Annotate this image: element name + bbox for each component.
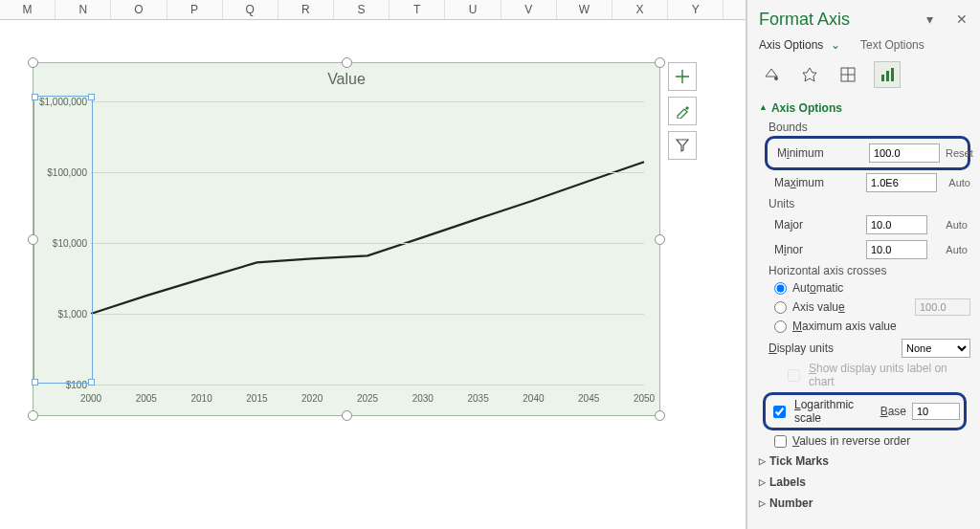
y-tick-label[interactable]: $100,000 bbox=[32, 167, 91, 178]
triangle-right-icon: ▷ bbox=[759, 498, 766, 508]
x-tick-label[interactable]: 2005 bbox=[136, 393, 157, 404]
resize-handle[interactable] bbox=[28, 234, 38, 245]
chart-filters-button[interactable] bbox=[668, 131, 697, 160]
hac-axis-value-radio[interactable] bbox=[774, 301, 787, 314]
column-header[interactable]: W bbox=[557, 0, 612, 19]
x-tick-label[interactable]: 2030 bbox=[412, 393, 434, 404]
hac-automatic-label: Automatic bbox=[792, 281, 843, 295]
maximum-auto-button[interactable]: Auto bbox=[943, 177, 970, 188]
x-tick-label[interactable]: 2020 bbox=[301, 393, 323, 404]
plot-area[interactable]: $100$1,000$10,000$100,000$1,000,00020002… bbox=[91, 101, 644, 385]
gridline bbox=[91, 172, 644, 173]
svg-point-0 bbox=[774, 77, 778, 80]
column-header[interactable]: Y bbox=[668, 0, 724, 19]
gridline bbox=[91, 101, 644, 102]
y-tick-label[interactable]: $1,000,000 bbox=[32, 97, 91, 107]
hac-maximum-radio[interactable] bbox=[774, 320, 787, 333]
column-headers: MNOPQRSTUVWXY bbox=[0, 0, 746, 20]
log-scale-label: Logarithmic scale bbox=[794, 398, 875, 425]
minor-input[interactable] bbox=[866, 240, 927, 259]
column-header[interactable] bbox=[724, 0, 746, 19]
tab-text-options[interactable]: Text Options bbox=[860, 38, 924, 52]
log-scale-checkbox[interactable] bbox=[773, 406, 786, 418]
x-tick-label[interactable]: 2015 bbox=[246, 393, 267, 404]
x-tick-label[interactable]: 2025 bbox=[357, 393, 378, 404]
resize-handle[interactable] bbox=[342, 410, 352, 421]
values-in-reverse-checkbox[interactable] bbox=[774, 435, 787, 448]
chart-object[interactable]: Value $100$1,000$10,000$100,000$1,000,00… bbox=[33, 62, 660, 416]
resize-handle[interactable] bbox=[28, 57, 38, 68]
display-units-select[interactable]: None bbox=[902, 339, 970, 358]
chart-tools bbox=[668, 62, 697, 160]
bounds-label: Bounds bbox=[759, 119, 970, 136]
section-tick-marks[interactable]: ▷ Tick Marks bbox=[759, 450, 970, 471]
maximum-input[interactable] bbox=[866, 173, 937, 192]
x-tick-label[interactable]: 2040 bbox=[523, 393, 544, 404]
chart-elements-button[interactable] bbox=[668, 62, 697, 91]
log-scale-highlight: Logarithmic scale Base bbox=[763, 392, 967, 430]
log-base-label: Base bbox=[880, 405, 906, 418]
section-labels[interactable]: ▷ Labels bbox=[759, 471, 970, 492]
hac-axis-value-input bbox=[915, 298, 970, 316]
y-tick-label[interactable]: $100 bbox=[32, 380, 91, 390]
log-base-input[interactable] bbox=[912, 403, 960, 420]
fill-line-icon[interactable] bbox=[759, 62, 784, 87]
hac-maximum-label: Maximum axis value bbox=[792, 320, 897, 333]
size-properties-icon[interactable] bbox=[835, 62, 860, 87]
x-tick-label[interactable]: 2010 bbox=[190, 393, 212, 404]
column-header[interactable]: Q bbox=[223, 0, 278, 19]
tab-axis-options[interactable]: Axis Options bbox=[759, 38, 823, 52]
y-tick-label[interactable]: $10,000 bbox=[32, 238, 91, 249]
resize-handle[interactable] bbox=[655, 234, 665, 245]
axis-options-icon[interactable] bbox=[874, 61, 901, 88]
pane-dropdown-icon[interactable]: ▾ bbox=[921, 11, 938, 27]
worksheet: MNOPQRSTUVWXY Value $100$1,000$10,000$10… bbox=[0, 0, 746, 529]
y-tick-label[interactable]: $1,000 bbox=[32, 309, 91, 320]
minimum-input[interactable] bbox=[869, 143, 940, 163]
brush-icon bbox=[675, 103, 690, 119]
hac-axis-value-label: Axis value bbox=[792, 300, 845, 314]
pane-close-icon[interactable]: ✕ bbox=[953, 11, 970, 27]
column-header[interactable]: S bbox=[334, 0, 390, 19]
section-number[interactable]: ▷ Number bbox=[759, 492, 970, 513]
minimum-reset-button[interactable]: Reset bbox=[946, 147, 973, 159]
resize-handle[interactable] bbox=[655, 57, 665, 68]
triangle-right-icon: ▷ bbox=[759, 477, 766, 487]
column-header[interactable]: U bbox=[445, 0, 501, 19]
column-header[interactable]: X bbox=[612, 0, 668, 19]
resize-handle[interactable] bbox=[655, 410, 665, 421]
column-header[interactable]: R bbox=[278, 0, 334, 19]
column-header[interactable]: V bbox=[501, 0, 557, 19]
resize-handle[interactable] bbox=[342, 57, 352, 68]
effects-icon[interactable] bbox=[797, 62, 822, 87]
major-auto-button[interactable]: Auto bbox=[933, 219, 968, 231]
hac-automatic-radio[interactable] bbox=[774, 282, 787, 295]
x-tick-label[interactable]: 2000 bbox=[80, 393, 101, 404]
display-units-label: Display units bbox=[768, 342, 894, 355]
x-tick-label[interactable]: 2050 bbox=[634, 393, 655, 404]
pane-tabs: Axis Options ⌄ Text Options bbox=[759, 38, 970, 55]
resize-handle[interactable] bbox=[28, 410, 38, 421]
maximum-label: Maximum bbox=[774, 176, 860, 189]
chevron-down-icon[interactable]: ⌄ bbox=[827, 38, 844, 52]
section-axis-options[interactable]: ▲ Axis Options bbox=[759, 98, 970, 119]
svg-rect-5 bbox=[891, 68, 894, 81]
units-label: Units bbox=[759, 195, 970, 212]
x-tick-label[interactable]: 2035 bbox=[467, 393, 488, 404]
column-header[interactable]: N bbox=[56, 0, 111, 19]
minor-auto-button[interactable]: Auto bbox=[933, 244, 968, 255]
column-header[interactable]: P bbox=[167, 0, 223, 19]
column-header[interactable]: T bbox=[390, 0, 445, 19]
major-input[interactable] bbox=[866, 215, 927, 234]
column-header[interactable]: M bbox=[0, 0, 56, 19]
svg-rect-4 bbox=[886, 71, 889, 81]
gridline bbox=[91, 243, 644, 244]
values-in-reverse-label: Values in reverse order bbox=[792, 434, 910, 448]
chart-styles-button[interactable] bbox=[668, 97, 697, 125]
funnel-icon bbox=[675, 138, 690, 153]
format-axis-pane: Format Axis ▾ ✕ Axis Options ⌄ Text Opti… bbox=[746, 0, 980, 529]
x-tick-label[interactable]: 2045 bbox=[578, 393, 599, 404]
gridline bbox=[91, 385, 644, 386]
triangle-down-icon: ▲ bbox=[759, 102, 768, 112]
column-header[interactable]: O bbox=[111, 0, 167, 19]
